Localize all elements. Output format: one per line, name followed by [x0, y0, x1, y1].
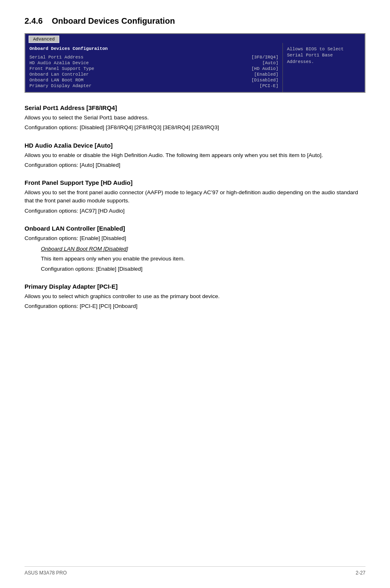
subsection: Onboard LAN Boot ROM [Disabled]This item… [41, 245, 365, 273]
bios-main-panel: Onboard Devices Configuraiton Serial Por… [25, 43, 283, 92]
bios-rows: Serial Port1 Address[3F8/IRQ4]HD Audio A… [29, 54, 278, 89]
subsection-paragraph: Configuration options: [Enable] [Disable… [41, 265, 365, 273]
page-footer: ASUS M3A78 PRO 2-27 [25, 566, 365, 576]
doc-section-heading: Serial Port1 Address [3F8/IRQ4] [25, 104, 365, 111]
doc-paragraph: Configuration options: [AC97] [HD Audio] [25, 207, 365, 215]
bios-help-text: Allows BIOS to SelectSerial Port1 BaseAd… [287, 46, 361, 65]
bios-row-label: Primary Display Adapter [29, 83, 256, 88]
section-number: 2.4.6 [25, 16, 43, 25]
doc-section-heading: HD Audio Azalia Device [Auto] [25, 142, 365, 149]
page-title: 2.4.6 Onboard Devices Configuration [25, 16, 365, 26]
doc-section-primary-display: Primary Display Adapter [PCI-E]Allows yo… [25, 283, 365, 311]
bios-row-value: [Disabled] [251, 78, 278, 83]
doc-paragraph: Configuration options: [Enable] [Disable… [25, 234, 365, 242]
bios-row-value: [HD Audio] [251, 66, 278, 71]
doc-section-front-panel: Front Panel Support Type [HD Audio]Allow… [25, 179, 365, 215]
bios-row-label: Onboard LAN Boot ROM [29, 78, 248, 83]
doc-section-hd-audio: HD Audio Azalia Device [Auto]Allows you … [25, 142, 365, 170]
doc-section-heading: Primary Display Adapter [PCI-E] [25, 283, 365, 290]
bios-content-area: Onboard Devices Configuraiton Serial Por… [25, 43, 365, 92]
doc-paragraph: Allows you to set the front panel audio … [25, 189, 365, 205]
doc-section-heading: Front Panel Support Type [HD Audio] [25, 179, 365, 186]
bios-row-label: HD Audio Azalia Device [29, 61, 259, 65]
bios-tab-advanced: Advanced [29, 36, 59, 43]
bios-screenshot: Advanced Onboard Devices Configuraiton S… [25, 33, 365, 93]
footer-left: ASUS M3A78 PRO [25, 570, 67, 576]
doc-section-body: Allows you to select which graphics cont… [25, 292, 365, 311]
doc-section-serial-port1: Serial Port1 Address [3F8/IRQ4]Allows yo… [25, 104, 365, 132]
bios-row: Onboard LAN Boot ROM[Disabled] [29, 77, 278, 83]
bios-row-value: [Enabled] [254, 72, 278, 77]
bios-row: HD Audio Azalia Device[Auto] [29, 60, 278, 66]
section-title: Onboard Devices Configuration [52, 16, 175, 25]
bios-section-heading: Onboard Devices Configuraiton [29, 46, 278, 51]
bios-row-value: [Auto] [262, 61, 278, 65]
bios-row: Onboard Lan Controller[Enabled] [29, 72, 278, 77]
doc-section-heading: Onboard LAN Controller [Enabled] [25, 225, 365, 232]
bios-row-label: Onboard Lan Controller [29, 72, 251, 77]
bios-row-value: [PCI-E] [260, 83, 278, 88]
doc-section-body: Allows you to enable or disable the High… [25, 151, 365, 170]
subsection-paragraph: This item appears only when you enable t… [41, 255, 365, 263]
bios-row-label: Front Panel Support Type [29, 66, 248, 71]
doc-section-body: Allows you to select the Serial Port1 ba… [25, 114, 365, 132]
doc-paragraph: Allows you to enable or disable the High… [25, 151, 365, 159]
bios-row: Front Panel Support Type[HD Audio] [29, 66, 278, 72]
footer-right: 2-27 [356, 570, 365, 576]
bios-row: Serial Port1 Address[3F8/IRQ4] [29, 54, 278, 60]
subsection-body: This item appears only when you enable t… [41, 255, 365, 273]
bios-tab-bar: Advanced [25, 34, 365, 43]
doc-paragraph: Configuration options: [Auto] [Disabled] [25, 161, 365, 169]
document-sections: Serial Port1 Address [3F8/IRQ4]Allows yo… [25, 104, 365, 310]
doc-section-body: Allows you to set the front panel audio … [25, 189, 365, 215]
doc-section-body: Configuration options: [Enable] [Disable… [25, 234, 365, 273]
doc-paragraph: Allows you to select which graphics cont… [25, 292, 365, 301]
bios-help-panel: Allows BIOS to SelectSerial Port1 BaseAd… [283, 43, 365, 92]
subsection-title: Onboard LAN Boot ROM [Disabled] [41, 245, 365, 253]
doc-paragraph: Configuration options: [Disabled] [3F8/I… [25, 123, 365, 132]
doc-paragraph: Configuration options: [PCI-E] [PCI] [On… [25, 302, 365, 310]
doc-paragraph: Allows you to select the Serial Port1 ba… [25, 114, 365, 122]
bios-row: Primary Display Adapter[PCI-E] [29, 83, 278, 89]
bios-row-label: Serial Port1 Address [29, 55, 248, 60]
bios-row-value: [3F8/IRQ4] [251, 55, 278, 60]
doc-section-onboard-lan: Onboard LAN Controller [Enabled]Configur… [25, 225, 365, 273]
